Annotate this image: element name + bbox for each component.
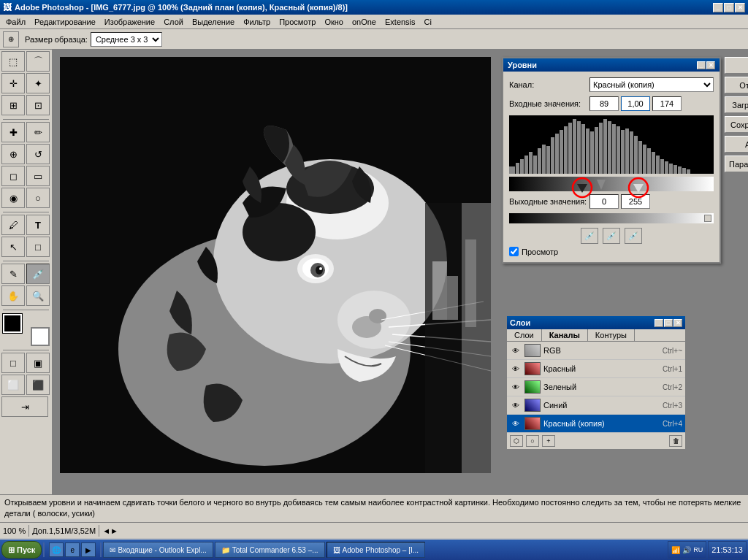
taskbar-photoshop[interactable]: 🖼 Adobe Photoshop – [I...: [327, 542, 426, 558]
menu-file[interactable]: Файл: [1, 16, 30, 28]
marquee-tool[interactable]: ⬚: [1, 51, 25, 72]
tray-network-icon[interactable]: 📶: [671, 546, 680, 554]
shape-tool[interactable]: □: [26, 237, 50, 257]
minimize-button[interactable]: _: [713, 3, 723, 12]
sample-size-select[interactable]: Среднее 3 х 3: [91, 32, 162, 47]
menu-extensis[interactable]: Extensis: [381, 16, 420, 28]
slice-tool[interactable]: ⊡: [26, 95, 50, 115]
nav-next[interactable]: ►: [110, 526, 118, 535]
taskbar-totalcmd[interactable]: 📁 Total Commander 6.53 –...: [215, 542, 325, 558]
eyedropper-tool[interactable]: ⊕: [3, 31, 19, 47]
quickmask-mode[interactable]: ▣: [26, 353, 50, 373]
quicklaunch-media[interactable]: ▶: [81, 542, 96, 557]
input-midtones[interactable]: [621, 96, 650, 111]
output-slider-handle[interactable]: [704, 215, 711, 222]
save-selection-btn[interactable]: ○: [526, 435, 539, 447]
foreground-color[interactable]: [3, 314, 22, 333]
healing-tool[interactable]: ✚: [1, 122, 25, 142]
save-button[interactable]: Сохранить...: [725, 116, 748, 133]
channel-blue[interactable]: 👁 Синий Ctrl+3: [507, 396, 685, 415]
quicklaunch-ie[interactable]: e: [65, 542, 80, 557]
menu-layer[interactable]: Слой: [159, 16, 188, 28]
input-highlights[interactable]: [652, 96, 682, 111]
visibility-icon-red[interactable]: 👁: [510, 363, 522, 375]
menu-select[interactable]: Выделение: [188, 16, 239, 28]
preview-checkbox[interactable]: [509, 247, 519, 256]
fullscreen-mode-2[interactable]: ⬛: [26, 375, 50, 395]
text-tool[interactable]: T: [26, 215, 50, 235]
eraser-tool[interactable]: ◻: [1, 166, 25, 186]
load-selection-btn[interactable]: ⬡: [510, 435, 523, 447]
auto-button[interactable]: Авто: [725, 136, 748, 153]
menu-view[interactable]: Просмотр: [275, 16, 320, 28]
white-point-eyedropper[interactable]: 💉: [625, 228, 642, 244]
cancel-button[interactable]: Отмена: [725, 77, 748, 93]
input-shadows[interactable]: [589, 96, 619, 111]
tab-layers[interactable]: Слои: [507, 329, 542, 341]
fullscreen-mode[interactable]: ⬜: [1, 375, 25, 395]
gray-point-eyedropper[interactable]: 💉: [603, 228, 620, 244]
toolbar-separator-2: [3, 212, 49, 212]
channel-rgb[interactable]: 👁 RGB Ctrl+~: [507, 342, 685, 360]
load-button[interactable]: Загрузить...: [725, 96, 748, 113]
ok-button[interactable]: OK: [725, 57, 748, 74]
black-point-eyedropper[interactable]: 💉: [581, 228, 598, 244]
quicklaunch-browser[interactable]: 🌐: [49, 542, 64, 557]
channels-maximize[interactable]: □: [664, 319, 673, 327]
hand-tool[interactable]: ✋: [1, 285, 25, 306]
lasso-tool[interactable]: ⌒: [26, 51, 50, 72]
background-color[interactable]: [31, 327, 50, 346]
jump-to-imageready[interactable]: ⇥: [1, 396, 48, 417]
visibility-icon-blue[interactable]: 👁: [510, 399, 522, 411]
pen-tool[interactable]: 🖊: [1, 215, 25, 235]
visibility-icon-green[interactable]: 👁: [510, 381, 522, 393]
close-button[interactable]: ✕: [735, 3, 745, 12]
maximize-button[interactable]: □: [724, 3, 734, 12]
channel-green[interactable]: 👁 Зеленый Ctrl+2: [507, 378, 685, 396]
tray-lang-ru[interactable]: RU: [693, 546, 703, 553]
nav-prev[interactable]: ◄: [102, 526, 110, 535]
menu-image[interactable]: Изображение: [100, 16, 159, 28]
menu-filter[interactable]: Фильтр: [239, 16, 275, 28]
blur-tool[interactable]: ◉: [1, 188, 25, 208]
channel-red[interactable]: 👁 Красный Ctrl+1: [507, 360, 685, 378]
zoom-tool[interactable]: 🔍: [26, 285, 50, 306]
tab-channels[interactable]: Каналы: [542, 329, 588, 341]
dialog-close[interactable]: ✕: [706, 61, 715, 69]
highlight-slider-handle[interactable]: [627, 177, 649, 200]
history-brush[interactable]: ↺: [26, 144, 50, 164]
visibility-icon-rgb[interactable]: 👁: [510, 345, 522, 356]
options-button[interactable]: Параметры...: [725, 156, 748, 172]
clone-tool[interactable]: ⊕: [1, 144, 25, 164]
shadow-slider-handle[interactable]: [571, 177, 593, 200]
eyedropper-tool-2[interactable]: 💉: [26, 264, 50, 284]
gradient-tool[interactable]: ▭: [26, 166, 50, 186]
menu-onone[interactable]: onOne: [348, 16, 381, 28]
menu-window[interactable]: Окно: [320, 16, 348, 28]
brush-tool[interactable]: ✏: [26, 122, 50, 142]
tab-paths[interactable]: Контуры: [588, 329, 635, 341]
start-button[interactable]: ⊞ Пуск: [1, 541, 42, 559]
taskbar-outlook[interactable]: ✉ Входящие - Outlook Expl...: [103, 542, 213, 558]
path-select-tool[interactable]: ↖: [1, 237, 25, 257]
crop-tool[interactable]: ⊞: [1, 95, 25, 115]
delete-channel-btn[interactable]: 🗑: [669, 435, 682, 447]
magic-wand-tool[interactable]: ✦: [26, 73, 50, 93]
new-channel-btn[interactable]: +: [542, 435, 555, 447]
visibility-icon-red-copy[interactable]: 👁: [510, 418, 522, 429]
notes-tool[interactable]: ✎: [1, 264, 25, 284]
channel-red-copy[interactable]: 👁 Красный (копия) Ctrl+4: [507, 415, 685, 433]
move-tool[interactable]: ✛: [1, 73, 25, 93]
channels-minimize[interactable]: _: [654, 319, 663, 327]
menu-edit[interactable]: Редактирование: [30, 16, 100, 28]
dodge-tool[interactable]: ○: [26, 188, 50, 208]
dialog-minimize[interactable]: _: [697, 61, 706, 69]
standard-mode[interactable]: □: [1, 353, 25, 373]
midtone-slider-handle[interactable]: [597, 180, 606, 192]
menu-ci[interactable]: Ci: [420, 16, 436, 28]
channel-select[interactable]: Красный (копия): [589, 77, 714, 92]
channels-close[interactable]: ✕: [673, 319, 682, 327]
window-controls[interactable]: _ □ ✕: [713, 3, 745, 12]
tray-audio-icon[interactable]: 🔊: [682, 546, 691, 554]
output-shadows[interactable]: [589, 194, 619, 209]
